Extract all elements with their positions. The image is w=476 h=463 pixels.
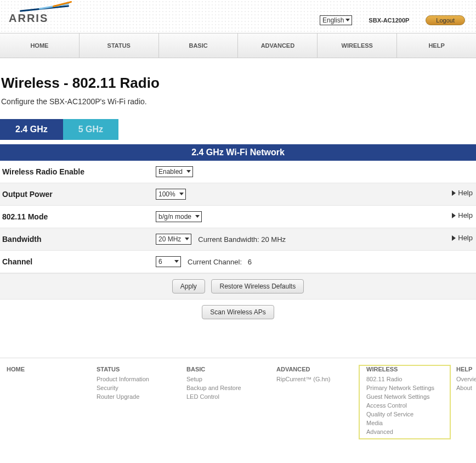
current-bandwidth: Current Bandwidth: 20 MHz [198,235,286,244]
footer-link[interactable]: Access Control [366,401,443,410]
footer-link[interactable]: About [456,383,476,392]
footer-hd-wireless[interactable]: WIRELESS [366,366,443,372]
apply-button[interactable]: Apply [172,279,205,293]
tab-5ghz[interactable]: 5 GHz [63,119,118,140]
footer-hd-home[interactable]: HOME [7,366,83,372]
label-bandwidth: Bandwidth [2,235,156,244]
logo: ARRIS [9,3,75,25]
label-channel: Channel [2,257,156,266]
footer-link[interactable]: Primary Network Settings [366,383,443,392]
nav-status[interactable]: STATUS [79,33,158,58]
section-header: 2.4 GHz Wi-Fi Network [0,144,476,161]
action-bar-2: Scan Wireless APs [0,300,476,325]
select-channel[interactable]: 6 [156,256,181,267]
footer-link[interactable]: Product Information [97,375,173,383]
select-radio-enable[interactable]: Enabled [156,166,193,177]
page-title: Wireless - 802.11 Radio [1,75,476,92]
footer-hd-advanced[interactable]: ADVANCED [276,366,353,372]
logo-text: ARRIS [9,12,75,25]
label-output-power: Output Power [2,190,156,199]
footer-hd-status[interactable]: STATUS [97,366,173,372]
footer-col-basic: BASIC Setup Backup and Restore LED Contr… [180,366,270,438]
band-tabs: 2.4 GHz 5 GHz [0,119,476,140]
select-bandwidth[interactable]: 20 MHz [156,234,191,245]
top-bar: ARRIS English SBX-AC1200P Logout [0,0,476,33]
nav-advanced[interactable]: ADVANCED [237,33,317,58]
help-output-power[interactable]: Help [452,189,473,197]
triangle-icon [452,235,456,241]
nav-wireless[interactable]: WIRELESS [317,33,396,58]
restore-button[interactable]: Restore Wireless Defaults [211,279,304,293]
footer-hd-help[interactable]: HELP [456,366,476,372]
footer-col-status: STATUS Product Information Security Rout… [90,366,180,438]
row-radio-enable: Wireless Radio Enable Enabled [0,161,476,183]
footer-hd-basic[interactable]: BASIC [186,366,263,372]
help-80211-mode[interactable]: Help [452,211,473,219]
scan-aps-button[interactable]: Scan Wireless APs [202,305,274,319]
footer-link[interactable]: Advanced [366,427,443,436]
language-select[interactable]: English [320,15,352,25]
footer: HOME STATUS Product Information Security… [0,358,476,455]
row-bandwidth: Bandwidth 20 MHz Current Bandwidth: 20 M… [0,228,476,251]
logout-button[interactable]: Logout [426,15,465,25]
nav-basic[interactable]: BASIC [158,33,238,58]
footer-col-advanced: ADVANCED RipCurrent™ (G.hn) [270,366,360,438]
footer-link[interactable]: Guest Network Settings [366,392,443,401]
triangle-icon [452,213,456,218]
nav-help[interactable]: HELP [396,33,476,58]
page-intro: Configure the SBX-AC1200P's Wi-Fi radio. [1,97,476,106]
footer-col-help: HELP Overview About [450,366,476,438]
row-output-power: Output Power 100% Help [0,183,476,206]
label-80211-mode: 802.11 Mode [2,212,156,221]
footer-col-home: HOME [0,366,90,438]
footer-link[interactable]: Media [366,419,443,427]
model-label: SBX-AC1200P [369,17,409,24]
triangle-icon [452,190,456,196]
help-bandwidth[interactable]: Help [452,234,473,242]
footer-link[interactable]: Setup [186,375,263,383]
footer-link[interactable]: 802.11 Radio [366,375,443,383]
logo-swoosh-icon [20,3,75,13]
footer-link[interactable]: Backup and Restore [186,383,263,392]
action-bar-1: Apply Restore Wireless Defaults [0,273,476,300]
row-80211-mode: 802.11 Mode b/g/n mode Help [0,206,476,228]
select-output-power[interactable]: 100% [156,189,186,200]
footer-link[interactable]: RipCurrent™ (G.hn) [276,375,353,383]
tab-2-4ghz[interactable]: 2.4 GHz [0,119,63,140]
row-channel: Channel 6 Current Channel: 6 [0,251,476,273]
footer-link[interactable]: Overview [456,375,476,383]
nav-home[interactable]: HOME [0,33,79,58]
select-80211-mode[interactable]: b/g/n mode [156,211,202,222]
footer-link[interactable]: Security [97,383,173,392]
current-channel: Current Channel: 6 [188,258,252,266]
footer-col-wireless: WIRELESS 802.11 Radio Primary Network Se… [360,366,450,438]
footer-link[interactable]: Quality of Service [366,410,443,419]
label-radio-enable: Wireless Radio Enable [2,167,156,176]
footer-link[interactable]: Router Upgrade [97,392,173,401]
footer-link[interactable]: LED Control [186,392,263,401]
main-nav: HOME STATUS BASIC ADVANCED WIRELESS HELP [0,33,476,58]
